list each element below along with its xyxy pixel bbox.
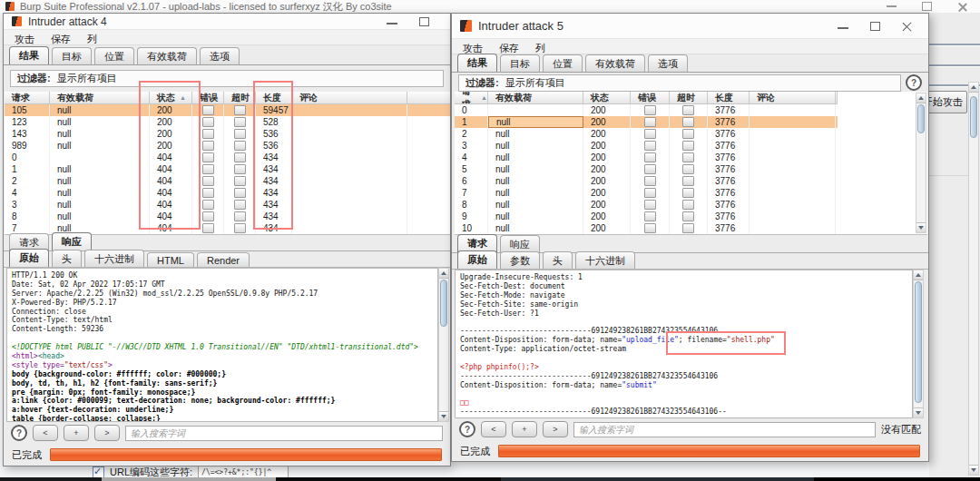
close-icon[interactable] [902, 21, 913, 32]
search-next-button[interactable]: > [543, 421, 568, 437]
window-titlebar[interactable]: Intruder attack 4 [4, 14, 450, 30]
table-row[interactable]: 1null2003776 [455, 116, 838, 128]
maximize-icon[interactable] [870, 22, 880, 31]
editor-tab-参数[interactable]: 参数 [500, 251, 540, 269]
table-row[interactable]: 6null2003776 [455, 175, 838, 187]
checkbox[interactable] [202, 129, 214, 139]
column-header-状态[interactable]: 状态▲ [150, 92, 192, 103]
tab-有效载荷[interactable]: 有效载荷 [585, 54, 645, 72]
scroll-up-icon[interactable] [914, 270, 923, 280]
column-header-请求[interactable]: 请求 [5, 92, 50, 103]
checkbox[interactable] [644, 211, 656, 221]
column-header-有效载荷[interactable]: 有效载荷 [50, 92, 150, 103]
checkbox[interactable] [234, 223, 246, 233]
column-header-错误[interactable]: 错误 [631, 92, 670, 103]
checkbox[interactable] [202, 176, 214, 186]
code-view[interactable]: Upgrade-Insecure-Requests: 1Sec-Fetch-De… [455, 270, 913, 418]
scrollbar-thumb[interactable] [440, 280, 447, 327]
checkbox[interactable] [644, 141, 656, 151]
close-icon[interactable] [957, 2, 967, 12]
checkbox[interactable] [682, 188, 694, 198]
checkbox[interactable] [202, 117, 214, 127]
request-scrollbar[interactable] [913, 270, 924, 418]
code-view[interactable]: HTTP/1.1 200 OKDate: Sat, 02 Apr 2022 17… [6, 268, 438, 422]
editor-tab-十六进制[interactable]: 十六进制 [84, 250, 144, 267]
checkbox[interactable] [202, 200, 214, 210]
checkbox[interactable] [682, 152, 694, 162]
editor-tab-头[interactable]: 头 [52, 250, 82, 267]
scroll-down-icon[interactable] [916, 222, 926, 232]
checkbox[interactable] [682, 141, 694, 151]
column-header-状态[interactable]: 状态 [583, 92, 631, 103]
scroll-down-icon[interactable] [439, 411, 448, 421]
table-row[interactable]: 9null2003776 [455, 211, 838, 222]
checkbox[interactable] [234, 211, 246, 221]
editor-tab-原始[interactable]: 原始 [9, 249, 49, 267]
checkbox[interactable] [644, 164, 656, 174]
checkbox[interactable] [682, 164, 694, 174]
menu-item-列[interactable]: 列 [528, 41, 553, 52]
tab-结果[interactable]: 结果 [9, 46, 49, 64]
help-icon[interactable]: ? [906, 74, 922, 91]
checkbox[interactable] [234, 164, 246, 174]
url-encode-checkbox[interactable] [93, 466, 104, 478]
checkbox[interactable] [202, 188, 214, 198]
scroll-up-icon[interactable] [439, 269, 448, 279]
search-input[interactable] [573, 422, 876, 437]
table-row[interactable]: 0404434 [5, 152, 450, 163]
checkbox[interactable] [644, 188, 656, 198]
checkbox[interactable] [202, 152, 214, 162]
response-scrollbar[interactable] [438, 268, 449, 422]
maximize-icon[interactable] [922, 2, 932, 11]
url-encode-chars-field[interactable] [198, 466, 289, 478]
tab-目标[interactable]: 目标 [500, 54, 540, 72]
checkbox[interactable] [682, 211, 694, 221]
checkbox[interactable] [202, 164, 214, 174]
table-row[interactable]: 8null404434 [5, 211, 450, 222]
scroll-up-icon[interactable] [916, 93, 926, 103]
table-row[interactable]: 02003776 [455, 104, 838, 116]
column-header-评论[interactable]: 评论 [292, 92, 407, 103]
minimize-icon[interactable] [387, 23, 397, 25]
checkbox[interactable] [644, 117, 656, 127]
search-highlight-button[interactable]: + [512, 421, 537, 437]
checkbox[interactable] [644, 129, 656, 139]
viewer-tab-响应[interactable]: 响应 [500, 235, 540, 252]
table-row[interactable]: 3null404434 [5, 199, 450, 211]
checkbox[interactable] [644, 176, 656, 186]
scrollbar-thumb[interactable] [915, 281, 922, 403]
checkbox[interactable] [644, 223, 656, 233]
editor-tab-Render[interactable]: Render [197, 252, 250, 267]
column-header-有效载荷[interactable]: 有效载荷 [488, 92, 583, 103]
table-row[interactable]: 2null2003776 [455, 128, 838, 140]
column-header-错误[interactable]: 错误 [192, 92, 224, 103]
checkbox[interactable] [202, 141, 214, 151]
checkbox[interactable] [682, 105, 694, 115]
scroll-down-icon[interactable] [914, 407, 923, 417]
table-row[interactable]: 989null200536 [5, 140, 450, 152]
tab-选项[interactable]: 选项 [648, 54, 688, 72]
editor-tab-HTML[interactable]: HTML [147, 252, 194, 267]
checkbox[interactable] [682, 200, 694, 210]
menu-item-攻击[interactable]: 攻击 [456, 41, 490, 52]
checkbox[interactable] [234, 176, 246, 186]
help-icon[interactable]: ? [11, 425, 27, 441]
search-prev-button[interactable]: < [33, 425, 58, 441]
column-header-请求[interactable]: 请求▲ [455, 92, 488, 103]
tab-目标[interactable]: 目标 [52, 47, 92, 64]
checkbox[interactable] [682, 223, 694, 233]
editor-tab-头[interactable]: 头 [543, 251, 573, 269]
checkbox[interactable] [644, 200, 656, 210]
scrollbar-thumb[interactable] [917, 104, 925, 133]
viewer-tab-响应[interactable]: 响应 [52, 232, 92, 250]
editor-tab-原始[interactable]: 原始 [457, 250, 497, 269]
scrollbar-thumb[interactable] [970, 96, 977, 138]
checkbox[interactable] [234, 188, 246, 198]
tab-位置[interactable]: 位置 [543, 54, 583, 72]
checkbox[interactable] [234, 152, 246, 162]
window-titlebar[interactable]: Intruder attack 5 [452, 14, 928, 39]
background-scrollbar[interactable] [968, 82, 979, 476]
menu-item-保存[interactable]: 保存 [44, 32, 78, 43]
menu-item-攻击[interactable]: 攻击 [7, 32, 42, 43]
checkbox[interactable] [234, 105, 246, 115]
